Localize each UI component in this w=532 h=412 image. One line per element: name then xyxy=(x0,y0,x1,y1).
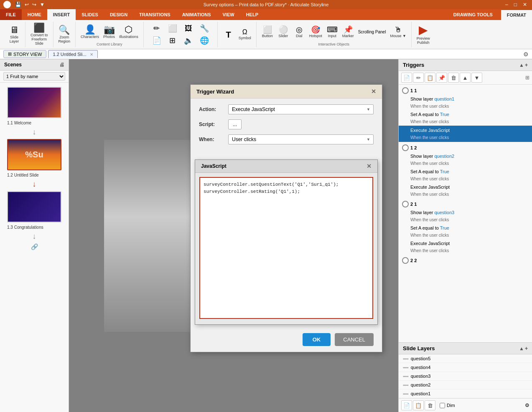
settings-icon[interactable]: ⚙ xyxy=(523,51,529,58)
slide-thumbnail-1-3[interactable] xyxy=(7,191,61,222)
collapse-icon[interactable]: ▲ xyxy=(519,62,524,68)
illustrations-button[interactable]: ⬡ Illustrations xyxy=(117,24,140,40)
audio-button[interactable]: 🔈 xyxy=(181,36,196,45)
delete-trigger-button[interactable]: 🗑 xyxy=(448,73,459,83)
file-button[interactable]: 📄 xyxy=(149,36,164,45)
js-code-editor[interactable] xyxy=(199,177,373,319)
dim-checkbox[interactable]: Dim xyxy=(440,403,455,408)
trigger-link-q3[interactable]: question3 xyxy=(434,210,454,215)
redo-button[interactable]: ↪ xyxy=(31,2,37,8)
layer-item-question5[interactable]: ▪▪▪▪▪ question5 xyxy=(399,354,532,363)
ok-button[interactable]: OK xyxy=(303,333,331,346)
when-select[interactable]: User clicks xyxy=(228,134,374,144)
trigger-link-true-2[interactable]: True xyxy=(440,169,449,174)
trigger-item-execute-js-active[interactable]: Execute JavaScript When the user clicks xyxy=(399,126,532,142)
image-button[interactable]: 🖼 xyxy=(181,24,196,33)
trigger-link-true-1[interactable]: True xyxy=(440,112,449,117)
save-button[interactable]: 💾 xyxy=(14,2,22,8)
trigger-item-set-a-true-1[interactable]: Set A equal to True When the user clicks xyxy=(399,110,532,126)
action-select[interactable]: Execute JavaScript xyxy=(228,104,374,114)
cancel-button[interactable]: CANCEL xyxy=(335,333,374,346)
layer-item-question1[interactable]: ▪▪▪▪▪ question1 xyxy=(399,389,532,398)
button-button[interactable]: ⬜ Button xyxy=(260,25,275,39)
delete-layer-button[interactable]: 🗑 xyxy=(425,400,435,410)
layers-collapse-icon[interactable]: ▲ xyxy=(519,346,524,351)
slide-thumbnail-1-2[interactable]: %Su xyxy=(7,139,61,170)
link-icon[interactable]: 🔗 xyxy=(31,243,38,250)
trigger-link-true-3[interactable]: True xyxy=(440,225,449,230)
trigger-item-show-q1[interactable]: Show layer question1 When the user click… xyxy=(399,95,532,110)
tab-file[interactable]: FILE xyxy=(0,9,22,20)
quick-access-more[interactable]: ▼ xyxy=(39,2,46,8)
trigger-item-set-a-true-3[interactable]: Set A equal to True When the user clicks xyxy=(399,224,532,239)
shapes-button[interactable]: ⬜ xyxy=(165,24,180,33)
symbol-button[interactable]: Ω Symbol xyxy=(237,28,253,41)
input-button[interactable]: ⌨ Input xyxy=(325,25,340,39)
undo-button[interactable]: ↩ xyxy=(24,2,30,8)
tab-animations[interactable]: ANIMATIONS xyxy=(176,9,217,20)
slider-button[interactable]: ⚪ Slider xyxy=(276,25,291,39)
trigger-settings-icon[interactable]: ⊞ xyxy=(525,75,529,81)
trigger-item-execute-js-2[interactable]: Execute JavaScript When the user clicks xyxy=(399,183,532,198)
tab-design[interactable]: DESIGN xyxy=(104,9,133,20)
edit-trigger-button[interactable]: ✏ xyxy=(413,73,424,83)
story-view-button[interactable]: ⊞ STORY VIEW xyxy=(3,50,46,58)
scrolling-panel-button[interactable]: Scrolling Panel xyxy=(356,29,388,35)
web-button[interactable]: 🌐 xyxy=(197,36,212,45)
trigger-link-q2[interactable]: question2 xyxy=(434,154,454,159)
minimize-button[interactable]: – xyxy=(504,2,510,8)
tab-transitions[interactable]: TRANSITIONS xyxy=(133,9,176,20)
tab-slides[interactable]: SLIDES xyxy=(76,9,104,20)
trigger-item-show-q3[interactable]: Show layer question3 When the user click… xyxy=(399,208,532,224)
move-up-button[interactable]: ▲ xyxy=(460,73,471,83)
tab-home[interactable]: HOME xyxy=(22,9,47,20)
trigger-link-q1[interactable]: question1 xyxy=(434,96,454,101)
photos-button[interactable]: 📷 Photos xyxy=(102,24,117,40)
js-dialog-close[interactable]: ✕ xyxy=(367,163,372,169)
tab-help[interactable]: HELP xyxy=(240,9,264,20)
draw-shapes-button[interactable]: ✏ xyxy=(149,24,164,33)
print-icon[interactable]: 🖨 xyxy=(59,62,64,68)
layer-item-question2[interactable]: ▪▪▪▪▪ question2 xyxy=(399,381,532,389)
trigger-circle-2-2 xyxy=(402,257,409,264)
layer-item-question3[interactable]: ▪▪▪▪▪ question3 xyxy=(399,372,532,381)
layers-add-icon[interactable]: + xyxy=(525,346,528,351)
slide-tab-close[interactable]: ✕ xyxy=(90,52,93,57)
table-button[interactable]: ⊞ xyxy=(165,36,180,45)
add-layer-button[interactable]: 📄 xyxy=(401,400,412,410)
dial-button[interactable]: ◎ Dial xyxy=(292,25,307,39)
layers-settings-icon[interactable]: ⚙ xyxy=(525,402,529,408)
screen-recording-button[interactable]: 🔧 xyxy=(197,24,212,33)
text-box-button[interactable]: T xyxy=(221,30,236,40)
preview-publish-button[interactable]: ▶ PreviewPublish xyxy=(415,23,432,45)
script-edit-button[interactable]: ... xyxy=(228,119,242,129)
expand-icon[interactable]: + xyxy=(525,62,528,68)
zoom-region-button[interactable]: 🔍 ZoomRegion xyxy=(57,25,72,44)
trigger-item-show-q2[interactable]: Show layer question2 When the user click… xyxy=(399,152,532,167)
tab-insert[interactable]: INSERT xyxy=(47,9,76,20)
new-trigger-button[interactable]: 📄 xyxy=(401,73,412,83)
copy-trigger-button[interactable]: 📋 xyxy=(425,73,435,83)
duplicate-layer-button[interactable]: 📋 xyxy=(413,400,424,410)
characters-button[interactable]: 👤 Characters xyxy=(79,24,101,40)
slide-thumbnail-1-1[interactable] xyxy=(7,87,61,118)
trigger-wizard-close[interactable]: ✕ xyxy=(371,88,376,95)
move-down-button[interactable]: ▼ xyxy=(471,73,482,83)
tab-view[interactable]: VIEW xyxy=(217,9,240,20)
trigger-item-set-a-true-2[interactable]: Set A equal to True When the user clicks xyxy=(399,167,532,183)
convert-freeform-button[interactable]: ⬛ Convert toFreeformSlide xyxy=(29,23,50,46)
drawing-tools-tab[interactable]: DRAWING TOOLS xyxy=(445,9,501,20)
maximize-button[interactable]: □ xyxy=(512,2,519,8)
layer-item-question4[interactable]: ▪▪▪▪▪ question4 xyxy=(399,363,532,372)
slide-layer-button[interactable]: 🖥 SlideLayer xyxy=(7,25,22,44)
trigger-item-execute-js-3[interactable]: Execute JavaScript When the user clicks xyxy=(399,239,532,255)
paste-trigger-button[interactable]: 📌 xyxy=(436,73,447,83)
close-button[interactable]: ✕ xyxy=(521,2,529,8)
scene-filter-select[interactable]: 1 Fruit by name xyxy=(3,72,65,81)
mouse-button[interactable]: 🖱 Mouse ▼ xyxy=(388,25,407,39)
marker-button[interactable]: 📌 Marker xyxy=(341,25,356,39)
slide-tab-active[interactable]: 1.2 Untitled Sli... ✕ xyxy=(48,50,97,58)
dim-check[interactable] xyxy=(440,403,445,408)
tab-format[interactable]: FORMAT xyxy=(501,9,532,20)
hotspot-button[interactable]: 🎯 Hotspot xyxy=(308,25,324,39)
